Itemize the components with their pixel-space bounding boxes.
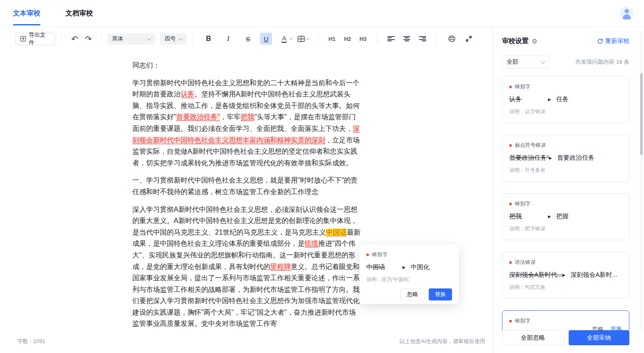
italic-button[interactable]: I — [222, 33, 234, 45]
document-content: 同志们：学习贯彻新时代中国特色社会主义思想和党的二十大精神是当前和今后一个时期的… — [133, 60, 361, 329]
error-highlight[interactable]: 统缆 — [305, 240, 319, 248]
issue-card[interactable]: 错别字把我▶把握说明：把字错误 — [502, 193, 629, 240]
top-bar: 文本审校 文档审校 — [0, 0, 644, 27]
card-category: 错别字 — [515, 83, 530, 90]
document-paragraph: 学习贯彻新时代中国特色社会主义思想和党的二十大精神是当前和今后一个时期的首要政治… — [133, 77, 361, 169]
card-suggestion: 把握 — [556, 212, 569, 220]
redo-icon[interactable]: ↷ — [85, 35, 92, 43]
card-category: 语法错误 — [515, 259, 536, 266]
error-highlight[interactable]: 把我 — [241, 113, 254, 121]
arrow-right-icon: ▶ — [548, 214, 551, 219]
active-error-highlight[interactable]: 中国话 — [326, 229, 347, 236]
suggestion-popup: 错别字 中国话 ▶ 中国化 说明：应为'中国化' 忽略 替换 — [359, 245, 459, 304]
user-avatar[interactable] — [620, 6, 634, 20]
word-count: 字数：1091 — [17, 338, 45, 345]
editor-panel: 导出文件 ↶ ↷ 黑体 四号 B I S U A — [0, 27, 493, 353]
review-sidebar: 审校设置 ⚙ 重新审校 全部 共发现问题内容 16 条 错别字认务▶任务说明：认… — [493, 27, 644, 353]
error-highlight[interactable]: 首要政治任务" — [176, 113, 220, 121]
issue-card[interactable]: 错别字中国话▶中国化说明：应为'中国化'忽略替换 — [502, 310, 629, 331]
fullscreen-icon — [465, 35, 472, 42]
error-dot-icon — [509, 144, 512, 147]
arrow-right-icon: ▶ — [548, 97, 551, 102]
underline-button-active[interactable]: U — [260, 33, 272, 45]
chevron-down-icon — [289, 36, 293, 40]
refresh-icon — [597, 38, 603, 44]
issue-filter-select[interactable]: 全部 — [502, 56, 549, 68]
issue-count: 共发现问题内容 16 条 — [575, 58, 629, 66]
error-dot-icon — [509, 320, 512, 322]
chevron-down-icon — [179, 36, 183, 40]
issue-card[interactable]: 错别字认务▶任务说明：认字错误 — [502, 76, 629, 123]
export-file-button[interactable]: 导出文件 — [15, 33, 55, 45]
font-family-select[interactable]: 黑体 — [108, 33, 155, 45]
issue-card-list: 错别字认务▶任务说明：认字错误标点符号错误首要政治任务"▶首要政治任务说明：引号… — [502, 76, 629, 331]
scrollbar-thumb[interactable] — [640, 73, 643, 155]
card-suggestion: 深刻领会A新时... — [570, 271, 617, 279]
strikethrough-button[interactable]: S — [242, 33, 254, 45]
error-highlight[interactable]: 认务 — [181, 90, 195, 98]
document-paragraph: 深入学习贯彻A新时代中国特色社会主义思想，必须深刻认识领会这一思想的重大意义。A… — [133, 204, 361, 329]
heading2-button[interactable]: H2 — [341, 33, 353, 45]
bold-button[interactable]: B — [202, 33, 214, 45]
card-original: 把我 — [509, 212, 548, 220]
chevron-down-icon — [541, 59, 545, 64]
tab-document-review[interactable]: 文档审校 — [65, 0, 93, 27]
align-left-icon[interactable] — [387, 36, 395, 42]
chevron-down-icon — [147, 36, 152, 40]
align-right-icon[interactable] — [419, 36, 426, 42]
print-button[interactable] — [446, 33, 458, 45]
card-category: 错别字 — [515, 200, 530, 207]
sidebar-title: 审校设置 — [502, 37, 529, 46]
popup-category: 错别字 — [372, 251, 387, 258]
editor-footer: 字数：1091 以上包含AI生成内容，请审核后使用 — [0, 335, 493, 353]
align-center-icon[interactable] — [403, 36, 411, 42]
sidebar-footer: 全部忽略 全部采纳 — [502, 330, 629, 345]
card-original: 深刻领会A新时代... — [509, 271, 562, 279]
arrow-right-icon: ▶ — [402, 265, 406, 269]
card-category: 标点符号错误 — [515, 142, 546, 149]
ai-notice: 以上包含AI生成内容，请审核后使用 — [399, 338, 485, 345]
popup-note: 说明：应为'中国化' — [366, 276, 452, 283]
card-suggestion: 首要政治任务 — [557, 154, 594, 162]
tab-text-review[interactable]: 文本审校 — [13, 0, 40, 27]
popup-ignore-button[interactable]: 忽略 — [400, 288, 424, 300]
popup-replace-button[interactable]: 替换 — [429, 288, 452, 300]
insert-table-button[interactable] — [297, 36, 309, 42]
document-paragraph: 同志们： — [133, 60, 361, 71]
font-color-button[interactable]: A — [277, 35, 292, 43]
settings-gear-icon[interactable]: ⚙ — [532, 38, 537, 44]
error-dot-icon — [509, 203, 512, 205]
font-size-select[interactable]: 四号 — [160, 33, 186, 45]
chevron-down-icon — [306, 36, 310, 40]
card-suggestion: 任务 — [556, 95, 569, 103]
avatar-person-icon — [625, 9, 629, 13]
popup-suggestion: 中国化 — [411, 263, 430, 271]
arrow-right-icon: ▶ — [562, 273, 565, 277]
card-note: 说明：把字错误 — [509, 225, 622, 232]
popup-original: 中国话 — [366, 263, 402, 271]
sidebar-scrollbar — [640, 31, 643, 330]
error-dot-icon — [366, 254, 369, 256]
editor-toolbar: 导出文件 ↶ ↷ 黑体 四号 B I S U A — [0, 27, 493, 50]
ignore-all-button[interactable]: 全部忽略 — [502, 330, 564, 345]
card-note: 说明：句式冗余 — [509, 284, 622, 291]
export-icon — [20, 36, 26, 42]
recheck-button[interactable]: 重新审校 — [597, 37, 629, 45]
heading1-button[interactable]: H1 — [326, 33, 338, 45]
print-icon — [448, 35, 455, 42]
card-original: 认务 — [509, 95, 548, 103]
card-category: 错别字 — [515, 317, 530, 325]
issue-card[interactable]: 标点符号错误首要政治任务"▶首要政治任务说明：引号多余 — [502, 135, 629, 182]
error-dot-icon — [509, 86, 512, 88]
issue-card[interactable]: 语法错误深刻领会A新时代...▶深刻领会A新时...说明：句式冗余 — [502, 252, 629, 299]
error-highlight[interactable]: 里程牌 — [270, 263, 291, 271]
fullscreen-button[interactable] — [463, 33, 475, 45]
card-original: 首要政治任务" — [509, 154, 549, 162]
arrow-right-icon: ▶ — [549, 156, 552, 160]
error-highlight[interactable]: 深刻领会新时代中国特色社会主义思想丰富内涵和精神实质的深刻 — [133, 125, 360, 144]
undo-icon[interactable]: ↶ — [71, 35, 78, 43]
error-dot-icon — [509, 261, 512, 264]
accept-all-button[interactable]: 全部采纳 — [569, 330, 630, 345]
card-note: 说明：认字错误 — [509, 108, 622, 115]
heading3-button[interactable]: H3 — [357, 33, 369, 45]
